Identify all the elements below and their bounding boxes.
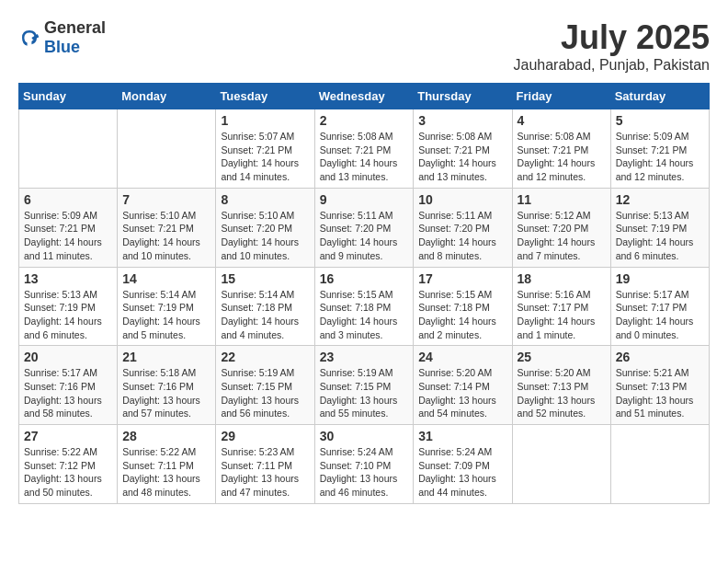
calendar-header-row: Sunday Monday Tuesday Wednesday Thursday… xyxy=(19,84,710,109)
calendar-cell: 20Sunrise: 5:17 AM Sunset: 7:16 PM Dayli… xyxy=(19,346,118,425)
day-number: 26 xyxy=(616,350,704,364)
col-wednesday: Wednesday xyxy=(314,84,414,109)
day-info: Sunrise: 5:10 AM Sunset: 7:20 PM Dayligh… xyxy=(221,209,309,263)
calendar-cell: 29Sunrise: 5:23 AM Sunset: 7:11 PM Dayli… xyxy=(216,425,314,504)
day-number: 15 xyxy=(221,271,309,286)
calendar-cell: 11Sunrise: 5:12 AM Sunset: 7:20 PM Dayli… xyxy=(512,188,610,267)
calendar-cell: 3Sunrise: 5:08 AM Sunset: 7:21 PM Daylig… xyxy=(414,109,512,189)
day-info: Sunrise: 5:23 AM Sunset: 7:11 PM Dayligh… xyxy=(221,445,309,500)
calendar-cell: 28Sunrise: 5:22 AM Sunset: 7:11 PM Dayli… xyxy=(118,425,216,504)
day-number: 31 xyxy=(418,429,506,443)
day-info: Sunrise: 5:14 AM Sunset: 7:19 PM Dayligh… xyxy=(122,288,210,342)
col-monday: Monday xyxy=(118,84,216,109)
logo-text: General Blue xyxy=(44,18,106,57)
day-number: 18 xyxy=(518,271,606,286)
calendar-cell: 6Sunrise: 5:09 AM Sunset: 7:21 PM Daylig… xyxy=(19,188,118,267)
day-number: 3 xyxy=(418,113,506,128)
day-number: 12 xyxy=(616,192,704,207)
calendar-cell: 4Sunrise: 5:08 AM Sunset: 7:21 PM Daylig… xyxy=(512,109,610,189)
day-number: 25 xyxy=(518,350,606,364)
day-number: 8 xyxy=(221,192,309,207)
calendar-table: Sunday Monday Tuesday Wednesday Thursday… xyxy=(18,83,710,504)
calendar-cell: 21Sunrise: 5:18 AM Sunset: 7:16 PM Dayli… xyxy=(118,346,216,425)
day-number: 4 xyxy=(518,113,606,128)
calendar-cell: 12Sunrise: 5:13 AM Sunset: 7:19 PM Dayli… xyxy=(610,188,709,267)
calendar-cell: 30Sunrise: 5:24 AM Sunset: 7:10 PM Dayli… xyxy=(314,425,414,504)
calendar-cell: 19Sunrise: 5:17 AM Sunset: 7:17 PM Dayli… xyxy=(610,267,709,346)
logo: General Blue xyxy=(18,18,106,57)
calendar-cell: 25Sunrise: 5:20 AM Sunset: 7:13 PM Dayli… xyxy=(512,346,610,425)
day-info: Sunrise: 5:15 AM Sunset: 7:18 PM Dayligh… xyxy=(320,288,409,342)
day-number: 11 xyxy=(518,192,606,207)
calendar-cell: 14Sunrise: 5:14 AM Sunset: 7:19 PM Dayli… xyxy=(118,267,216,346)
day-number: 24 xyxy=(418,350,506,364)
calendar-week-row: 13Sunrise: 5:13 AM Sunset: 7:19 PM Dayli… xyxy=(19,267,710,346)
calendar-cell xyxy=(512,425,610,504)
col-sunday: Sunday xyxy=(19,84,118,109)
day-number: 9 xyxy=(320,192,409,207)
calendar-cell: 1Sunrise: 5:07 AM Sunset: 7:21 PM Daylig… xyxy=(216,109,314,189)
calendar-week-row: 20Sunrise: 5:17 AM Sunset: 7:16 PM Dayli… xyxy=(19,346,710,425)
calendar-cell xyxy=(118,109,216,189)
calendar-cell: 10Sunrise: 5:11 AM Sunset: 7:20 PM Dayli… xyxy=(414,188,512,267)
day-info: Sunrise: 5:11 AM Sunset: 7:20 PM Dayligh… xyxy=(320,209,409,263)
day-number: 16 xyxy=(320,271,409,286)
logo-icon xyxy=(18,27,40,49)
day-number: 17 xyxy=(418,271,506,286)
calendar-cell: 8Sunrise: 5:10 AM Sunset: 7:20 PM Daylig… xyxy=(216,188,314,267)
calendar-cell: 16Sunrise: 5:15 AM Sunset: 7:18 PM Dayli… xyxy=(314,267,414,346)
calendar-cell: 18Sunrise: 5:16 AM Sunset: 7:17 PM Dayli… xyxy=(512,267,610,346)
location-subtitle: Jauharabad, Punjab, Pakistan xyxy=(514,57,710,74)
day-number: 19 xyxy=(616,271,704,286)
day-number: 23 xyxy=(320,350,409,364)
col-thursday: Thursday xyxy=(414,84,512,109)
day-number: 2 xyxy=(320,113,409,128)
day-info: Sunrise: 5:09 AM Sunset: 7:21 PM Dayligh… xyxy=(24,209,112,263)
day-number: 30 xyxy=(320,429,409,443)
calendar-cell: 13Sunrise: 5:13 AM Sunset: 7:19 PM Dayli… xyxy=(19,267,118,346)
day-info: Sunrise: 5:09 AM Sunset: 7:21 PM Dayligh… xyxy=(616,130,704,184)
day-info: Sunrise: 5:18 AM Sunset: 7:16 PM Dayligh… xyxy=(122,366,210,420)
calendar-week-row: 1Sunrise: 5:07 AM Sunset: 7:21 PM Daylig… xyxy=(19,109,710,189)
day-info: Sunrise: 5:14 AM Sunset: 7:18 PM Dayligh… xyxy=(221,288,309,342)
day-info: Sunrise: 5:12 AM Sunset: 7:20 PM Dayligh… xyxy=(518,209,606,263)
calendar-cell: 17Sunrise: 5:15 AM Sunset: 7:18 PM Dayli… xyxy=(414,267,512,346)
month-year-title: July 2025 xyxy=(514,18,710,57)
day-info: Sunrise: 5:08 AM Sunset: 7:21 PM Dayligh… xyxy=(320,130,409,184)
calendar-cell xyxy=(610,425,709,504)
day-info: Sunrise: 5:17 AM Sunset: 7:17 PM Dayligh… xyxy=(616,288,704,342)
calendar-cell: 9Sunrise: 5:11 AM Sunset: 7:20 PM Daylig… xyxy=(314,188,414,267)
calendar-cell xyxy=(19,109,118,189)
day-number: 7 xyxy=(122,192,210,207)
day-info: Sunrise: 5:24 AM Sunset: 7:10 PM Dayligh… xyxy=(320,445,409,500)
calendar-cell: 26Sunrise: 5:21 AM Sunset: 7:13 PM Dayli… xyxy=(610,346,709,425)
calendar-week-row: 27Sunrise: 5:22 AM Sunset: 7:12 PM Dayli… xyxy=(19,425,710,504)
day-number: 27 xyxy=(24,429,112,443)
calendar-cell: 24Sunrise: 5:20 AM Sunset: 7:14 PM Dayli… xyxy=(414,346,512,425)
day-info: Sunrise: 5:19 AM Sunset: 7:15 PM Dayligh… xyxy=(221,366,309,420)
logo-general: General xyxy=(44,18,106,37)
calendar-cell: 27Sunrise: 5:22 AM Sunset: 7:12 PM Dayli… xyxy=(19,425,118,504)
day-info: Sunrise: 5:16 AM Sunset: 7:17 PM Dayligh… xyxy=(518,288,606,342)
day-number: 21 xyxy=(122,350,210,364)
title-section: July 2025 Jauharabad, Punjab, Pakistan xyxy=(514,18,710,74)
calendar-cell: 15Sunrise: 5:14 AM Sunset: 7:18 PM Dayli… xyxy=(216,267,314,346)
day-number: 29 xyxy=(221,429,309,443)
page-container: General Blue July 2025 Jauharabad, Punja… xyxy=(18,18,710,504)
day-number: 1 xyxy=(221,113,309,128)
col-tuesday: Tuesday xyxy=(216,84,314,109)
calendar-cell: 5Sunrise: 5:09 AM Sunset: 7:21 PM Daylig… xyxy=(610,109,709,189)
header: General Blue July 2025 Jauharabad, Punja… xyxy=(18,18,710,74)
day-info: Sunrise: 5:11 AM Sunset: 7:20 PM Dayligh… xyxy=(418,209,506,263)
day-info: Sunrise: 5:22 AM Sunset: 7:12 PM Dayligh… xyxy=(24,445,112,500)
day-info: Sunrise: 5:19 AM Sunset: 7:15 PM Dayligh… xyxy=(320,366,409,420)
day-info: Sunrise: 5:13 AM Sunset: 7:19 PM Dayligh… xyxy=(616,209,704,263)
day-number: 28 xyxy=(122,429,210,443)
day-number: 13 xyxy=(24,271,112,286)
calendar-week-row: 6Sunrise: 5:09 AM Sunset: 7:21 PM Daylig… xyxy=(19,188,710,267)
day-info: Sunrise: 5:21 AM Sunset: 7:13 PM Dayligh… xyxy=(616,366,704,420)
day-info: Sunrise: 5:24 AM Sunset: 7:09 PM Dayligh… xyxy=(418,445,506,500)
day-info: Sunrise: 5:08 AM Sunset: 7:21 PM Dayligh… xyxy=(418,130,506,184)
day-number: 14 xyxy=(122,271,210,286)
day-info: Sunrise: 5:22 AM Sunset: 7:11 PM Dayligh… xyxy=(122,445,210,500)
